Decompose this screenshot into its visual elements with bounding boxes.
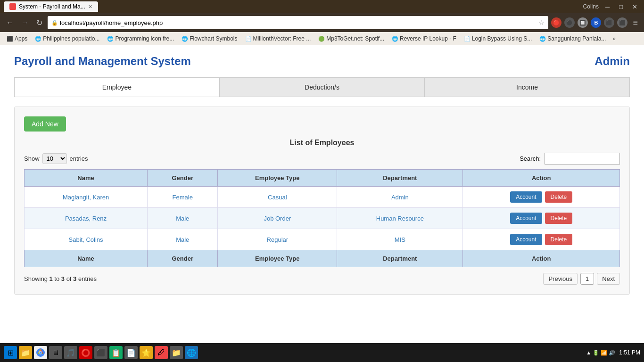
cell-action-2: Account Delete — [463, 229, 620, 250]
search-box: Search: — [520, 153, 620, 165]
extension-icon-4[interactable]: B — [591, 17, 601, 28]
account-button-1[interactable]: Account — [510, 213, 542, 224]
tab-income-label: Income — [516, 83, 538, 91]
delete-button-2[interactable]: Delete — [545, 234, 573, 245]
bookmark-philippines[interactable]: 🌐 Philippines populatio... — [32, 34, 102, 43]
close-button[interactable]: ✕ — [629, 2, 640, 11]
delete-button-1[interactable]: Delete — [545, 213, 573, 224]
browser-tab[interactable]: System - Payroll and Ma... ✕ — [4, 1, 98, 12]
extension-icon-3[interactable]: 🔲 — [578, 17, 588, 28]
extension-icon-1[interactable]: 🔴 — [551, 17, 561, 28]
bookmark-flowchart-label: Flowchart Symbols — [190, 35, 237, 42]
search-input[interactable] — [545, 153, 620, 165]
maximize-button[interactable]: □ — [616, 2, 626, 11]
col-employee-type: Employee Type — [218, 170, 337, 187]
url-input[interactable] — [60, 19, 537, 26]
bookmark-star-icon[interactable]: ☆ — [538, 19, 545, 26]
cell-dept-1: Human Resource — [337, 208, 463, 229]
table-title: List of Employees — [24, 139, 620, 147]
cell-type-1: Job Order — [218, 208, 337, 229]
bookmark-flowchart[interactable]: 🌐 Flowchart Symbols — [179, 34, 240, 43]
bookmark-mp3-label: Mp3ToGet.net: Spotif... — [326, 35, 384, 42]
bookmark-login[interactable]: 📄 Login Bypass Using S... — [461, 34, 535, 43]
cell-dept-2: MIS — [337, 229, 463, 250]
table-row: Maglangit, Karen Female Casual Admin Acc… — [25, 187, 620, 208]
secure-icon: 🔒 — [51, 20, 58, 26]
next-button[interactable]: Next — [597, 273, 620, 285]
col-department: Department — [337, 170, 463, 187]
title-right: Colins ─ □ ✕ — [583, 2, 640, 11]
tab-favicon — [9, 3, 16, 10]
bookmark-apps[interactable]: ⬛ Apps — [4, 34, 30, 43]
col-department-footer: Department — [337, 250, 463, 267]
extension-icon-2[interactable]: ⚫ — [564, 17, 575, 28]
bookmark-mp3[interactable]: 🟢 Mp3ToGet.net: Spotif... — [315, 34, 387, 43]
browser-titlebar: System - Payroll and Ma... ✕ Colins ─ □ … — [0, 0, 644, 13]
cell-name-2: Sabit, Colins — [25, 229, 148, 250]
cell-type-0: Casual — [218, 187, 337, 208]
extension-icon-5[interactable]: ⬛ — [604, 17, 614, 28]
tab-close-icon[interactable]: ✕ — [88, 4, 92, 10]
col-action-footer: Action — [463, 250, 620, 267]
table-row: Pasadas, Renz Male Job Order Human Resou… — [25, 208, 620, 229]
table-footer: Showing 1 to 3 of 3 entries Previous 1 N… — [24, 273, 620, 285]
table-header-row: Name Gender Employee Type Department Act… — [25, 170, 620, 187]
apps-icon: ⬛ — [7, 36, 13, 42]
bookmark-millionth[interactable]: 📄 MillionthVector: Free ... — [242, 34, 314, 43]
tab-employee[interactable]: Employee — [15, 78, 220, 97]
back-button[interactable]: ← — [4, 17, 16, 28]
cell-dept-0: Admin — [337, 187, 463, 208]
page-number[interactable]: 1 — [580, 273, 594, 285]
page-header: Payroll and Management System Admin — [14, 55, 630, 68]
add-new-button[interactable]: Add New — [24, 116, 66, 132]
menu-button[interactable]: ≡ — [630, 17, 640, 29]
forward-button[interactable]: → — [19, 17, 31, 28]
tab-deductions[interactable]: Deduction/s — [220, 78, 425, 97]
col-employee-type-footer: Employee Type — [218, 250, 337, 267]
table-footer-row: Name Gender Employee Type Department Act… — [25, 250, 620, 267]
philippines-icon: 🌐 — [35, 36, 41, 42]
bookmark-login-label: Login Bypass Using S... — [472, 35, 532, 42]
tab-title: System - Payroll and Ma... — [19, 3, 85, 10]
col-gender-footer: Gender — [148, 250, 218, 267]
bookmark-programming-label: Programming icon fre... — [115, 35, 174, 42]
account-button-2[interactable]: Account — [510, 234, 542, 245]
browser-chrome: System - Payroll and Ma... ✕ Colins ─ □ … — [0, 0, 644, 45]
show-entries: Show 10 25 50 100 entries — [24, 153, 88, 164]
login-icon: 📄 — [464, 36, 471, 42]
entries-select[interactable]: 10 25 50 100 — [42, 153, 67, 164]
bookmark-philippines-label: Philippines populatio... — [43, 35, 99, 42]
entries-label: entries — [70, 155, 88, 162]
employee-table: Name Gender Employee Type Department Act… — [24, 169, 620, 267]
minimize-button[interactable]: ─ — [603, 2, 612, 11]
mp3-icon: 🟢 — [318, 36, 325, 42]
bookmark-reverse-label: Reverse IP Lookup - F — [400, 35, 456, 42]
bookmark-sangguniang-label: Sangguniang Panlala... — [547, 35, 606, 42]
bookmark-reverse[interactable]: 🌐 Reverse IP Lookup - F — [389, 34, 459, 43]
address-bar[interactable]: 🔒 ☆ — [48, 16, 548, 29]
col-gender: Gender — [148, 170, 218, 187]
showing-text: Showing 1 to 3 of 3 entries — [24, 275, 97, 282]
bookmark-programming[interactable]: 🌐 Programming icon fre... — [104, 34, 177, 43]
browser-toolbar: ← → ↻ 🔒 ☆ 🔴 ⚫ 🔲 B ⬛ ⬛ ≡ — [0, 13, 644, 32]
programming-icon: 🌐 — [107, 36, 114, 42]
delete-button-0[interactable]: Delete — [545, 191, 573, 203]
tab-income[interactable]: Income — [425, 78, 629, 97]
extension-icon-6[interactable]: ⬛ — [617, 17, 627, 28]
bookmark-sangguniang[interactable]: 🌐 Sangguniang Panlala... — [537, 34, 609, 43]
content-box: Add New List of Employees Show 10 25 50 … — [14, 107, 630, 295]
refresh-button[interactable]: ↻ — [34, 17, 45, 28]
cell-gender-2: Male — [148, 229, 218, 250]
bookmark-more-icon[interactable]: » — [612, 35, 616, 42]
col-action: Action — [463, 170, 620, 187]
pagination: Previous 1 Next — [543, 273, 620, 285]
page-title: Payroll and Management System — [14, 55, 191, 68]
tab-employee-label: Employee — [102, 83, 132, 91]
page-content: Payroll and Management System Admin Empl… — [0, 45, 644, 328]
cell-action-0: Account Delete — [463, 187, 620, 208]
sangguniang-icon: 🌐 — [539, 36, 546, 42]
cell-name-0: Maglangit, Karen — [25, 187, 148, 208]
previous-button[interactable]: Previous — [543, 273, 578, 285]
show-label: Show — [24, 155, 40, 162]
account-button-0[interactable]: Account — [510, 191, 542, 203]
